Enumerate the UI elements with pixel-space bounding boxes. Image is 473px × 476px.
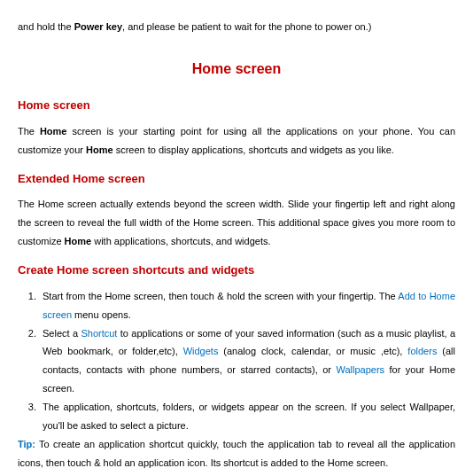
tip-paragraph: Tip: To create an application shortcut q… <box>18 435 455 472</box>
link-shortcut: Shortcut <box>81 328 117 339</box>
text: Start from the Home screen, then touch &… <box>43 291 398 301</box>
link-folders: folders <box>407 346 437 356</box>
home-bold: Home <box>40 126 67 137</box>
link-widgets: Widgets <box>183 346 219 356</box>
text: and hold the <box>18 21 74 32</box>
home-bold: Home <box>65 236 92 246</box>
power-key-bold: Power key <box>74 21 122 32</box>
tip-label: Tip: <box>18 439 35 449</box>
steps-list: Start from the Home screen, then touch &… <box>18 287 455 435</box>
list-item: The application, shortcuts, folders, or … <box>39 398 455 435</box>
list-item: Start from the Home screen, then touch &… <box>39 287 455 324</box>
page-title: Home screen <box>18 56 455 82</box>
link-wallpapers: Wallpapers <box>336 364 384 375</box>
text: , and please be patient to wait for the … <box>122 21 371 32</box>
home-paragraph: The Home screen is your starting point f… <box>18 122 455 160</box>
text: The application, shortcuts, folders, or … <box>43 402 455 431</box>
heading-create-shortcuts: Create Home screen shortcuts and widgets <box>18 260 455 282</box>
text: (analog clock, calendar, or music ,etc), <box>218 346 407 356</box>
heading-home-screen: Home screen <box>18 95 455 117</box>
text: screen to display applications, shortcut… <box>113 144 394 155</box>
text: The <box>18 126 40 137</box>
intro-fragment: and hold the Power key, and please be pa… <box>18 18 455 36</box>
list-item: Select a Shortcut to applications or som… <box>39 324 455 399</box>
text: with applications, shortcuts, and widget… <box>91 236 270 246</box>
tip-text: To create an application shortcut quickl… <box>18 439 455 468</box>
heading-extended-home: Extended Home screen <box>18 168 455 191</box>
extended-paragraph: The Home screen actually extends beyond … <box>18 195 455 251</box>
text: Select a <box>43 328 81 339</box>
text: menu opens. <box>72 309 131 320</box>
home-bold: Home <box>86 144 113 155</box>
